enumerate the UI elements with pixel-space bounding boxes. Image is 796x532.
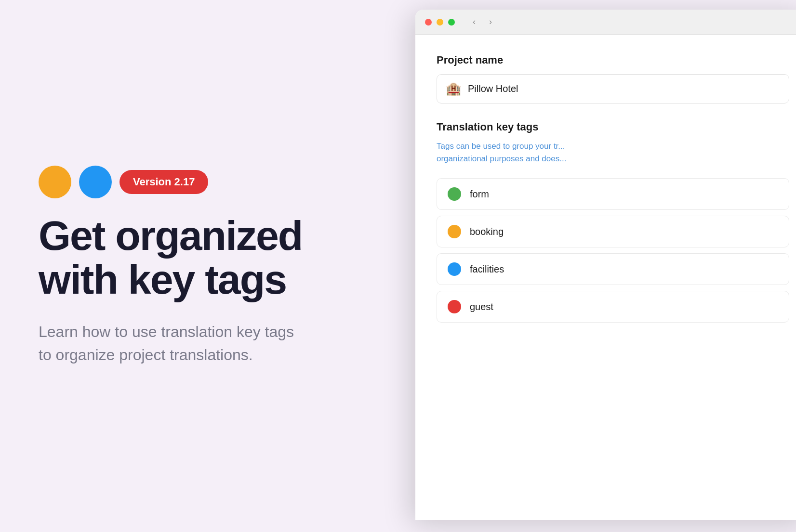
sub-text: Learn how to use translation key tagsto …: [39, 320, 337, 366]
tag-item-form[interactable]: form: [437, 178, 789, 210]
booking-dot: [448, 225, 461, 238]
hotel-emoji: 🏨: [446, 81, 461, 96]
browser-window: ‹ › Project name 🏨 Pillow Hotel Translat…: [415, 10, 796, 520]
description-text: Tags can be used to group your tr...orga…: [437, 140, 789, 165]
guest-dot: [448, 300, 461, 313]
nav-arrows: ‹ ›: [467, 15, 497, 29]
project-name-field[interactable]: 🏨 Pillow Hotel: [437, 74, 789, 104]
main-heading: Get organizedwith key tags: [39, 214, 381, 301]
back-arrow[interactable]: ‹: [467, 15, 481, 29]
minimize-button[interactable]: [437, 19, 443, 26]
browser-titlebar: ‹ ›: [415, 10, 796, 35]
orange-circle: [39, 166, 71, 198]
project-name-value: Pillow Hotel: [468, 83, 518, 94]
facilities-tag-label: facilities: [470, 264, 504, 275]
blue-circle: [79, 166, 112, 198]
left-panel: Version 2.17 Get organizedwith key tags …: [0, 0, 419, 532]
forward-arrow[interactable]: ›: [484, 15, 497, 29]
booking-tag-label: booking: [470, 226, 504, 237]
version-badge: Version 2.17: [119, 170, 208, 194]
tag-item-facilities[interactable]: facilities: [437, 253, 789, 285]
form-dot: [448, 187, 461, 201]
decorative-circles: Version 2.17: [39, 166, 381, 198]
tag-item-guest[interactable]: guest: [437, 291, 789, 323]
tag-item-booking[interactable]: booking: [437, 216, 789, 247]
translation-key-tags-label: Translation key tags: [437, 121, 789, 133]
facilities-dot: [448, 262, 461, 276]
project-name-label: Project name: [437, 54, 789, 66]
close-button[interactable]: [425, 19, 432, 26]
tag-list: form booking facilities guest: [437, 178, 789, 323]
guest-tag-label: guest: [470, 301, 493, 312]
maximize-button[interactable]: [448, 19, 455, 26]
browser-content: Project name 🏨 Pillow Hotel Translation …: [415, 35, 796, 342]
form-tag-label: form: [470, 189, 489, 200]
